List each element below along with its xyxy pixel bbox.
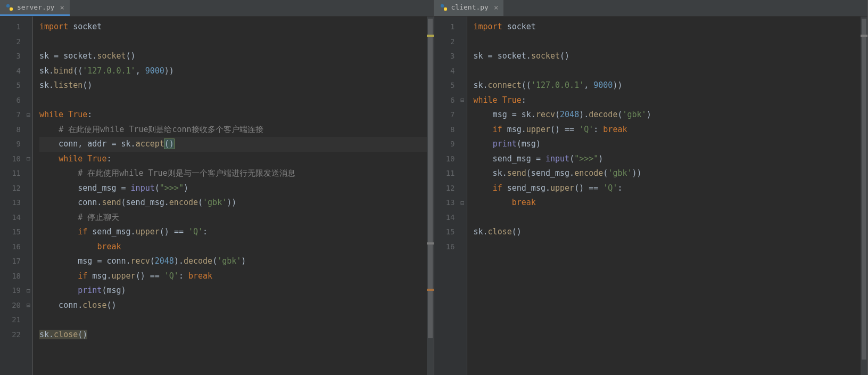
fold-toggle-icon[interactable]: ⊟ — [460, 97, 464, 103]
line-number: 10 — [434, 152, 467, 167]
code-line[interactable]: sk.connect(('127.0.0.1', 9000)) — [474, 78, 868, 93]
code-line[interactable] — [474, 240, 868, 255]
gutter-left: 1234567⊟8910⊟111213141516171819⊟20⊟2122 — [0, 17, 33, 375]
code-line[interactable]: # 停止聊天 — [39, 210, 434, 225]
code-line[interactable]: while True: — [474, 93, 868, 108]
code-line[interactable]: send_msg = input(">>>") — [474, 152, 868, 167]
tab-label: server.py — [17, 3, 54, 11]
scrollbar-mark[interactable] — [427, 35, 434, 37]
line-number: 6⊟ — [434, 93, 467, 108]
tab-bar-left: server.py × — [0, 0, 434, 17]
line-number: 2 — [434, 35, 467, 50]
line-number: 16 — [434, 240, 467, 255]
editor-right[interactable]: 123456⊟78910111213⊟141516 import sockets… — [434, 17, 868, 375]
code-line[interactable]: # 在此使用while True则是与一个客户端进行无限发送消息 — [39, 166, 434, 181]
line-number: 13⊟ — [434, 195, 467, 210]
line-number: 14 — [0, 210, 32, 225]
line-number: 7 — [434, 108, 467, 123]
line-number: 13 — [0, 195, 32, 210]
code-line[interactable] — [474, 210, 868, 225]
code-line[interactable]: while True: — [39, 152, 434, 167]
scrollbar-mark[interactable] — [427, 242, 434, 244]
svg-rect-0 — [6, 4, 10, 7]
code-line[interactable]: sk.close() — [39, 328, 434, 343]
line-number: 4 — [0, 64, 32, 79]
code-line[interactable]: break — [474, 195, 868, 210]
line-number: 21 — [0, 313, 32, 328]
scrollbar-right[interactable] — [861, 17, 867, 375]
code-line[interactable]: sk.bind(('127.0.0.1', 9000)) — [39, 64, 434, 79]
code-line[interactable]: msg = sk.recv(2048).decode('gbk') — [474, 108, 868, 123]
code-line[interactable]: msg = conn.recv(2048).decode('gbk') — [39, 254, 434, 269]
svg-rect-3 — [444, 7, 447, 11]
line-number: 19⊟ — [0, 283, 32, 298]
scrollbar-mark[interactable] — [427, 289, 434, 291]
line-number: 9 — [0, 137, 32, 152]
code-line[interactable]: conn, addr = sk.accept() — [39, 137, 434, 152]
code-line[interactable] — [39, 93, 434, 108]
code-line[interactable]: if send_msg.upper() == 'Q': — [39, 225, 434, 240]
code-line[interactable] — [39, 313, 434, 328]
close-icon[interactable]: × — [494, 4, 498, 11]
line-number: 18 — [0, 269, 32, 284]
fold-toggle-icon[interactable]: ⊟ — [27, 112, 30, 118]
line-number: 2 — [0, 35, 32, 50]
line-number: 6 — [0, 93, 32, 108]
line-number: 11 — [0, 166, 32, 181]
line-number: 1 — [0, 20, 32, 35]
code-line[interactable]: if msg.upper() == 'Q': break — [474, 123, 868, 137]
code-line[interactable]: # 在此使用while True则是给conn接收多个客户端连接 — [39, 123, 434, 137]
tab-server-py[interactable]: server.py × — [0, 0, 70, 16]
code-line[interactable]: if msg.upper() == 'Q': break — [39, 269, 434, 284]
fold-toggle-icon[interactable]: ⊟ — [27, 288, 30, 294]
editor-pane-left: server.py × 1234567⊟8910⊟111213141516171… — [0, 0, 434, 375]
line-number: 5 — [0, 78, 32, 93]
line-number: 17 — [0, 254, 32, 269]
python-file-icon — [5, 3, 14, 12]
code-line[interactable]: send_msg = input(">>>") — [39, 181, 434, 196]
code-line[interactable]: conn.close() — [39, 298, 434, 313]
line-number: 15 — [434, 225, 467, 240]
gutter-right: 123456⊟78910111213⊟141516 — [434, 17, 467, 375]
code-line[interactable]: conn.send(send_msg.encode('gbk')) — [39, 195, 434, 210]
line-number: 14 — [434, 210, 467, 225]
line-number: 4 — [434, 64, 467, 79]
code-line[interactable]: sk = socket.socket() — [474, 49, 868, 64]
code-line[interactable]: while True: — [39, 108, 434, 123]
code-line[interactable]: import socket — [474, 20, 868, 35]
fold-toggle-icon[interactable]: ⊟ — [27, 156, 30, 162]
code-line[interactable] — [474, 35, 868, 50]
scrollbar-left[interactable] — [427, 17, 434, 375]
close-icon[interactable]: × — [60, 4, 64, 11]
line-number: 8 — [0, 123, 32, 137]
code-line[interactable]: if send_msg.upper() == 'Q': — [474, 181, 868, 196]
code-right[interactable]: import socketsk = socket.socket()sk.conn… — [467, 17, 868, 375]
code-line[interactable] — [39, 35, 434, 50]
line-number: 8 — [434, 123, 467, 137]
scrollbar-mark[interactable] — [861, 35, 867, 37]
line-number: 5 — [434, 78, 467, 93]
code-line[interactable]: import socket — [39, 20, 434, 35]
svg-rect-1 — [10, 7, 13, 11]
tab-label: client.py — [451, 3, 489, 11]
code-line[interactable]: print(msg) — [39, 283, 434, 298]
line-number: 3 — [0, 49, 32, 64]
line-number: 12 — [434, 181, 467, 196]
line-number: 3 — [434, 49, 467, 64]
line-number: 15 — [0, 225, 32, 240]
fold-toggle-icon[interactable]: ⊟ — [460, 200, 464, 206]
fold-toggle-icon[interactable]: ⊟ — [27, 302, 30, 308]
line-number: 12 — [0, 181, 32, 196]
line-number: 9 — [434, 137, 467, 152]
code-line[interactable]: sk.send(send_msg.encode('gbk')) — [474, 166, 868, 181]
scrollbar-thumb[interactable] — [862, 19, 866, 360]
code-line[interactable]: sk = socket.socket() — [39, 49, 434, 64]
code-line[interactable]: sk.close() — [474, 225, 868, 240]
editor-left[interactable]: 1234567⊟8910⊟111213141516171819⊟20⊟2122 … — [0, 17, 434, 375]
code-line[interactable]: sk.listen() — [39, 78, 434, 93]
tab-client-py[interactable]: client.py × — [434, 0, 504, 16]
code-line[interactable] — [474, 64, 868, 79]
code-line[interactable]: break — [39, 240, 434, 255]
code-line[interactable]: print(msg) — [474, 137, 868, 152]
code-left[interactable]: import socketsk = socket.socket()sk.bind… — [33, 17, 434, 375]
